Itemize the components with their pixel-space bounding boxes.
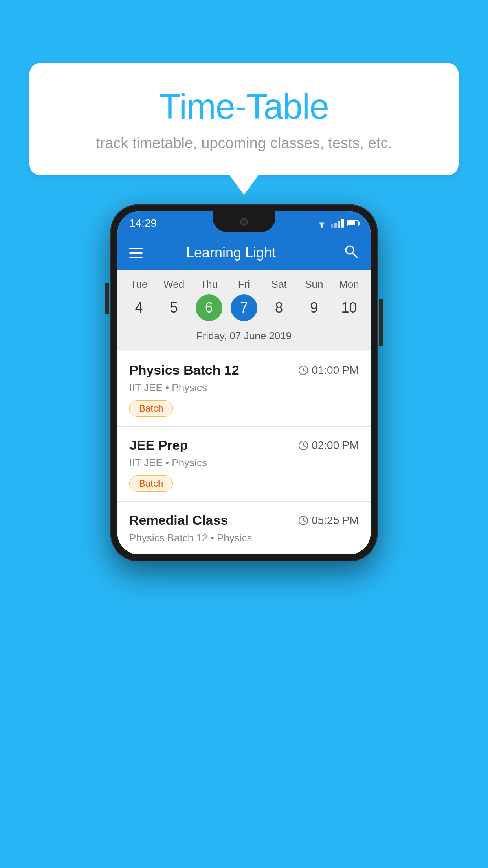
speech-bubble-subtitle: track timetable, upcoming classes, tests… [61,135,427,152]
camera-dot [240,218,248,226]
item-title-3: Remedial Class [129,513,228,528]
day-col-fri[interactable]: Fri 7 [227,278,261,321]
day-col-sun[interactable]: Sun 9 [297,278,331,321]
app-title: Learning Light [152,245,310,261]
svg-line-8 [303,445,305,447]
svg-line-11 [303,520,305,522]
svg-line-2 [352,253,357,257]
speech-bubble: Time-Table track timetable, upcoming cla… [29,63,459,175]
hamburger-menu-icon[interactable] [129,248,143,258]
item-header-3: Remedial Class 05:25 PM [129,513,359,528]
batch-badge-2: Batch [129,475,173,492]
item-title-2: JEE Prep [129,438,188,453]
phone-mockup: 14:29 [110,204,378,561]
day-col-wed[interactable]: Wed 5 [157,278,191,321]
item-time-2: 02:00 PM [298,439,359,452]
item-time-1: 01:00 PM [298,364,359,377]
batch-badge-1: Batch [129,400,173,417]
speech-bubble-title: Time-Table [61,86,427,127]
phone-notch [213,211,275,232]
battery-icon [347,220,359,226]
schedule-item-1[interactable]: Physics Batch 12 01:00 PM IIT JEE • Phys… [117,351,371,427]
search-button[interactable] [343,243,359,263]
clock-icon-1 [298,365,308,375]
svg-line-5 [303,370,305,371]
day-col-thu[interactable]: Thu 6 [192,278,226,321]
day-col-sat[interactable]: Sat 8 [262,278,296,321]
selected-date-label: Friday, 07 June 2019 [121,326,367,348]
phone-outer: 14:29 [110,204,378,561]
phone-inner: 14:29 [117,211,371,554]
days-row: Tue 4 Wed 5 Thu 6 Fri 7 [121,278,367,321]
wifi-icon [316,219,328,228]
item-subtitle-1: IIT JEE • Physics [129,382,359,394]
speech-bubble-area: Time-Table track timetable, upcoming cla… [29,63,459,175]
item-header-1: Physics Batch 12 01:00 PM [129,362,359,378]
schedule-item-2[interactable]: JEE Prep 02:00 PM IIT JEE • Physics Batc… [117,427,371,502]
svg-point-0 [321,226,323,228]
day-col-mon[interactable]: Mon 10 [332,278,366,321]
item-subtitle-3: Physics Batch 12 • Physics [129,532,359,544]
signal-icon [331,219,344,228]
schedule-container: Physics Batch 12 01:00 PM IIT JEE • Phys… [117,351,371,554]
item-time-3: 05:25 PM [298,514,359,527]
calendar-strip: Tue 4 Wed 5 Thu 6 Fri 7 [117,270,371,351]
clock-icon-3 [298,515,308,526]
item-title-1: Physics Batch 12 [129,362,239,378]
status-icons [316,219,359,228]
app-bar: Learning Light [117,235,371,270]
item-subtitle-2: IIT JEE • Physics [129,457,359,469]
schedule-item-3[interactable]: Remedial Class 05:25 PM Physics Batch 12… [117,502,371,554]
day-col-tue[interactable]: Tue 4 [122,278,156,321]
status-time: 14:29 [129,217,157,230]
clock-icon-2 [298,440,308,451]
item-header-2: JEE Prep 02:00 PM [129,438,359,453]
